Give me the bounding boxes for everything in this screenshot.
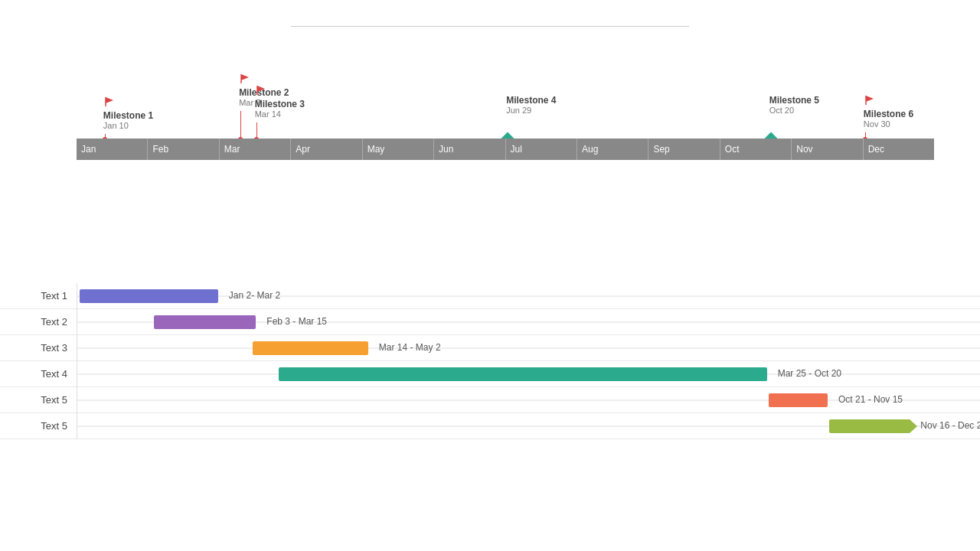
gantt-row-label: Text 5	[0, 394, 77, 406]
svg-marker-0	[106, 97, 113, 103]
milestone-date-m6: Nov 30	[864, 119, 913, 129]
gantt-row-label: Text 4	[0, 368, 77, 380]
gantt-track: Oct 21 - Nov 15	[77, 387, 980, 413]
gantt-track: Feb 3 - Mar 15	[77, 309, 980, 335]
svg-marker-2	[241, 74, 249, 80]
gantt-row: Text 5Nov 16 - Dec 20	[0, 413, 980, 439]
gantt-row-label: Text 3	[0, 342, 77, 354]
gantt-row: Text 3Mar 14 - May 2	[0, 335, 980, 361]
gantt-track: Mar 25 - Oct 20	[77, 361, 980, 387]
month-sep: Sep	[648, 139, 720, 160]
month-apr: Apr	[291, 139, 362, 160]
gantt-bar-date-label: Nov 16 - Dec 20	[920, 420, 980, 431]
milestone-date-m1: Jan 10	[103, 121, 153, 130]
month-oct: Oct	[720, 139, 792, 160]
month-feb: Feb	[148, 139, 219, 160]
month-jun: Jun	[434, 139, 505, 160]
milestones-area: Milestone 1Jan 10Milestone 2Mar 7Milesto…	[77, 73, 934, 139]
gantt-bar	[154, 315, 256, 329]
svg-marker-4	[257, 86, 265, 92]
milestone-label-m4: Milestone 4Jun 29	[506, 94, 556, 115]
milestone-name-m1: Milestone 1	[103, 110, 153, 121]
month-mar: Mar	[220, 139, 291, 160]
page-title	[0, 0, 980, 21]
milestone-label-m5: Milestone 5Oct 20	[769, 94, 819, 115]
gantt-bar-date-label: Mar 25 - Oct 20	[778, 368, 841, 379]
gantt-row: Text 1Jan 2- Mar 2	[0, 283, 980, 309]
milestone-name-m6: Milestone 6	[864, 109, 913, 119]
gantt-section: Text 1Jan 2- Mar 2Text 2Feb 3 - Mar 15Te…	[0, 283, 980, 439]
milestone-name-m5: Milestone 5	[769, 95, 819, 106]
milestone-date-m4: Jun 29	[506, 106, 556, 115]
month-jul: Jul	[506, 139, 577, 160]
gantt-bar-date-label: Mar 14 - May 2	[379, 342, 441, 353]
gantt-row: Text 4Mar 25 - Oct 20	[0, 361, 980, 387]
month-dec: Dec	[864, 139, 934, 160]
milestone-line-m3	[256, 122, 257, 139]
milestone-label-m6: Milestone 6Nov 30	[864, 94, 913, 129]
month-aug: Aug	[577, 139, 648, 160]
gantt-bar-arrow	[910, 419, 917, 433]
gantt-row-label: Text 5	[0, 420, 77, 432]
gantt-row-label: Text 1	[0, 290, 77, 302]
gantt-row: Text 5Oct 21 - Nov 15	[0, 387, 980, 413]
gantt-row: Text 2Feb 3 - Mar 15	[0, 309, 980, 335]
gantt-bar	[279, 367, 766, 381]
gantt-track: Mar 14 - May 2	[77, 335, 980, 361]
month-may: May	[363, 139, 434, 160]
milestone-name-m3: Milestone 3	[255, 99, 305, 109]
title-underline	[291, 26, 689, 27]
gantt-track: Jan 2- Mar 2	[77, 283, 980, 309]
track-line	[77, 347, 980, 348]
gantt-bar-date-label: Jan 2- Mar 2	[229, 290, 280, 301]
timeline-bar: JanFebMarAprMayJunJulAugSepOctNovDec	[77, 139, 934, 160]
svg-marker-6	[866, 96, 874, 102]
milestone-date-m5: Oct 20	[769, 106, 819, 115]
milestone-date-m3: Mar 14	[255, 109, 305, 119]
milestone-name-m4: Milestone 4	[506, 95, 556, 106]
gantt-bar	[253, 341, 368, 355]
gantt-track: Nov 16 - Dec 20	[77, 413, 980, 439]
gantt-bar-date-label: Feb 3 - Mar 15	[266, 316, 327, 327]
milestone-line-m2	[240, 111, 241, 139]
gantt-bar	[80, 289, 218, 303]
gantt-bar	[769, 393, 828, 407]
gantt-bar	[829, 419, 910, 433]
month-jan: Jan	[77, 139, 148, 160]
month-nov: Nov	[792, 139, 863, 160]
gantt-bar-date-label: Oct 21 - Nov 15	[838, 394, 903, 405]
gantt-row-label: Text 2	[0, 316, 77, 328]
milestone-label-m1: Milestone 1Jan 10	[103, 96, 153, 130]
milestone-label-m3: Milestone 3Mar 14	[255, 84, 305, 119]
